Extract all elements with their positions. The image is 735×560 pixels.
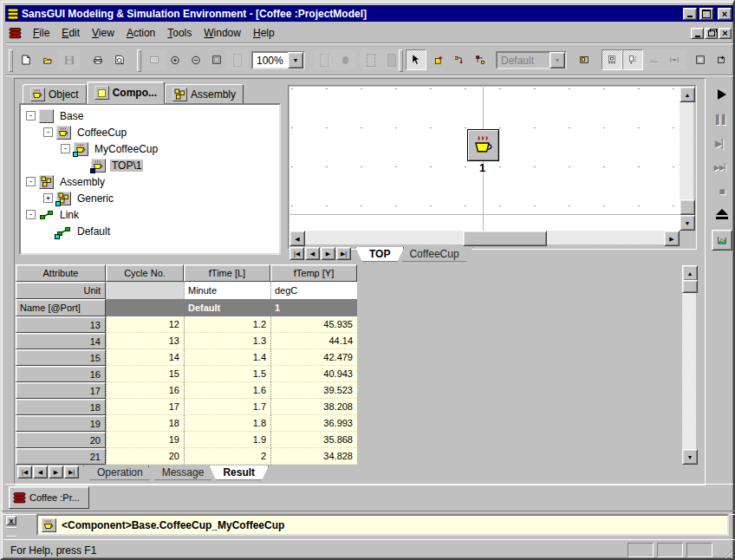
data-cell[interactable]: 1.3 xyxy=(184,333,270,349)
row-header[interactable]: 20 xyxy=(16,432,106,448)
row-header[interactable]: 17 xyxy=(16,382,106,399)
run-simulation-button[interactable] xyxy=(712,84,732,105)
link-tool-button[interactable] xyxy=(470,49,491,70)
tree-item-coffeecup[interactable]: -CoffeeCup xyxy=(21,124,279,140)
data-cell[interactable]: 15 xyxy=(106,366,184,382)
unit-cell[interactable]: Minute xyxy=(184,282,270,299)
result-tab-message[interactable]: Message xyxy=(148,466,218,480)
menu-tools[interactable]: Tools xyxy=(161,25,198,41)
stop-simulation-button[interactable]: ■ xyxy=(712,181,732,202)
plot-chart-button[interactable] xyxy=(712,230,732,251)
properties-view-button[interactable] xyxy=(144,49,165,70)
collapse-icon[interactable]: - xyxy=(43,127,53,137)
sheet-scroll-last-icon[interactable]: ▶| xyxy=(336,247,351,260)
select-tool-button[interactable] xyxy=(406,49,426,70)
table-vertical-scrollbar[interactable]: ▲ ▼ xyxy=(682,265,696,465)
scroll-right-icon[interactable]: ▶ xyxy=(664,231,680,246)
data-cell[interactable]: 17 xyxy=(106,399,184,415)
data-cell[interactable]: 1.8 xyxy=(184,415,270,432)
scroll-down-icon[interactable]: ▼ xyxy=(682,449,698,465)
result-scroll-previous-icon[interactable]: ◀ xyxy=(33,466,48,479)
expand-icon[interactable]: + xyxy=(43,193,53,203)
data-cell[interactable]: 1.2 xyxy=(184,316,270,333)
menu-edit[interactable]: Edit xyxy=(55,25,86,41)
print-button[interactable] xyxy=(88,49,108,70)
data-cell[interactable]: 39.523 xyxy=(270,382,357,399)
close-button[interactable]: × xyxy=(718,8,732,20)
collapse-icon[interactable]: - xyxy=(26,111,36,120)
taskbar-document-tab[interactable]: Coffee :Pr... xyxy=(9,486,89,509)
data-cell[interactable]: 1.9 xyxy=(184,432,270,448)
toolbar-grip[interactable] xyxy=(399,49,403,72)
result-tab-result[interactable]: Result xyxy=(209,466,269,480)
column-header[interactable]: fTemp [Y] xyxy=(270,264,357,282)
tree-item-base[interactable]: -Base xyxy=(21,107,279,124)
fit-to-window-button[interactable] xyxy=(206,49,227,70)
data-cell[interactable]: 19 xyxy=(106,432,184,448)
resize-grip-icon[interactable] xyxy=(721,547,732,558)
eject-results-button[interactable] xyxy=(712,204,732,225)
save-button[interactable] xyxy=(59,49,80,70)
menu-help[interactable]: Help xyxy=(247,25,281,41)
toolbar-grip[interactable] xyxy=(9,49,13,72)
scrollbar-thumb[interactable] xyxy=(682,280,698,293)
tab-assembly[interactable]: Assembly xyxy=(165,84,244,104)
scroll-up-icon[interactable]: ▲ xyxy=(682,265,698,281)
scroll-down-icon[interactable]: ▼ xyxy=(680,215,695,231)
output-bar-close-button[interactable]: x xyxy=(6,516,16,525)
column-header[interactable]: Cycle No. xyxy=(106,264,184,282)
scrollbar-thumb[interactable] xyxy=(680,199,695,215)
object-properties-button[interactable] xyxy=(574,49,595,70)
menu-view[interactable]: View xyxy=(86,25,120,41)
tree-item-default[interactable]: Default xyxy=(21,223,279,239)
data-cell[interactable]: 35.868 xyxy=(270,432,357,448)
output-bar-grip[interactable] xyxy=(6,527,16,537)
data-cell[interactable]: 36.993 xyxy=(270,415,357,432)
mdi-restore-button[interactable] xyxy=(705,28,718,39)
data-cell[interactable]: 1.4 xyxy=(184,349,270,366)
collapse-icon[interactable]: - xyxy=(26,177,36,186)
data-cell[interactable]: 2 xyxy=(184,448,270,465)
row-header[interactable]: Unit xyxy=(16,282,106,299)
toolbar-grip[interactable] xyxy=(137,49,141,72)
row-header[interactable]: 13 xyxy=(16,316,106,333)
data-cell[interactable]: 44.14 xyxy=(270,333,357,349)
data-cell[interactable]: 20 xyxy=(106,448,184,465)
data-cell[interactable]: 38.208 xyxy=(270,399,357,415)
data-cell[interactable]: 16 xyxy=(106,382,184,399)
row-header[interactable]: Name [@Port] xyxy=(16,299,106,316)
align-links-button[interactable] xyxy=(643,49,664,70)
maximize-button[interactable] xyxy=(699,8,713,20)
scrollbar-thumb[interactable] xyxy=(463,231,547,246)
tab-compo[interactable]: Compo... xyxy=(87,81,165,104)
data-cell[interactable]: 45.935 xyxy=(270,316,357,333)
row-header[interactable]: 16 xyxy=(16,366,106,382)
result-tab-operation[interactable]: Operation xyxy=(83,466,157,480)
zoom-out-button[interactable] xyxy=(185,49,206,70)
coffeecup-node[interactable] xyxy=(467,129,499,161)
center-view-button[interactable] xyxy=(335,49,355,70)
tree-item-assembly[interactable]: -Assembly xyxy=(21,173,279,190)
result-scroll-last-icon[interactable]: ▶| xyxy=(64,466,79,479)
show-ports-button[interactable] xyxy=(602,49,622,70)
layout-grid-button[interactable] xyxy=(361,49,381,70)
connect-link-button[interactable] xyxy=(449,49,470,70)
sheet-scroll-next-icon[interactable]: ▶ xyxy=(321,247,335,260)
name-cell[interactable] xyxy=(106,299,184,316)
print-preview-button[interactable] xyxy=(109,49,130,70)
tree-item-top-1[interactable]: TOP\1 xyxy=(21,157,279,173)
row-header[interactable]: 19 xyxy=(16,415,106,432)
data-cell[interactable]: 40.943 xyxy=(270,366,357,382)
data-cell[interactable]: 1.6 xyxy=(184,382,270,399)
column-header[interactable]: fTime [L] xyxy=(184,264,270,282)
show-labels-button[interactable] xyxy=(622,49,643,70)
mdi-close-button[interactable]: × xyxy=(719,28,732,39)
sheet-scroll-first-icon[interactable]: |◀ xyxy=(289,247,304,260)
result-scroll-first-icon[interactable]: |◀ xyxy=(17,466,32,479)
canvas-horizontal-scrollbar[interactable]: ◀ ▶ xyxy=(289,231,680,244)
zoom-region-button[interactable] xyxy=(227,49,248,70)
unit-cell[interactable]: degC xyxy=(270,282,357,299)
tab-object[interactable]: Object xyxy=(23,84,87,104)
sheet-tab-top[interactable]: TOP xyxy=(355,247,404,262)
open-button[interactable] xyxy=(37,49,58,70)
